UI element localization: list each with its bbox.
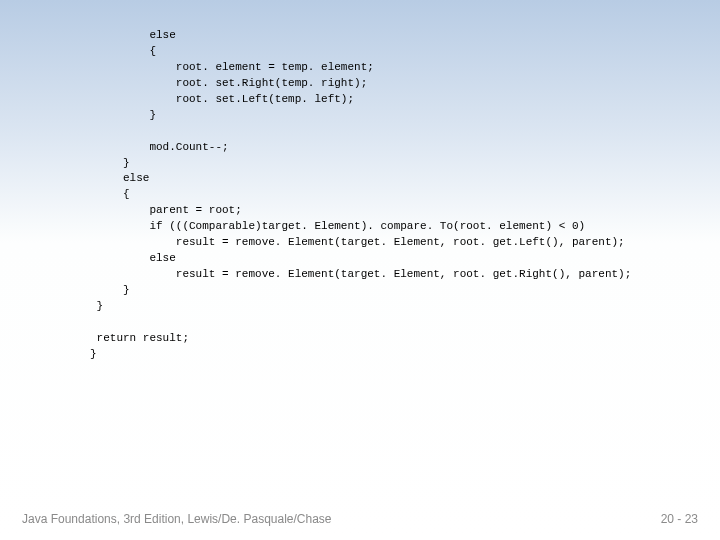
- code-line: root. set.Left(temp. left);: [90, 93, 354, 105]
- code-line: else: [90, 172, 149, 184]
- code-line: }: [90, 109, 156, 121]
- code-line: return result;: [90, 332, 189, 344]
- footer-citation: Java Foundations, 3rd Edition, Lewis/De.…: [22, 512, 332, 526]
- code-line: if (((Comparable)target. Element). compa…: [90, 220, 585, 232]
- code-block: else { root. element = temp. element; ro…: [0, 28, 720, 363]
- code-line: }: [90, 157, 130, 169]
- code-line: {: [90, 45, 156, 57]
- code-line: parent = root;: [90, 204, 242, 216]
- code-line: }: [90, 284, 130, 296]
- slide: else { root. element = temp. element; ro…: [0, 0, 720, 540]
- code-line: }: [90, 348, 97, 360]
- code-line: result = remove. Element(target. Element…: [90, 268, 631, 280]
- code-line: }: [90, 300, 103, 312]
- code-line: mod.Count--;: [90, 141, 229, 153]
- code-line: {: [90, 188, 130, 200]
- code-line: root. element = temp. element;: [90, 61, 374, 73]
- code-line: result = remove. Element(target. Element…: [90, 236, 625, 248]
- page-number: 20 - 23: [661, 512, 698, 526]
- code-line: else: [90, 29, 176, 41]
- code-line: else: [90, 252, 176, 264]
- code-line: root. set.Right(temp. right);: [90, 77, 367, 89]
